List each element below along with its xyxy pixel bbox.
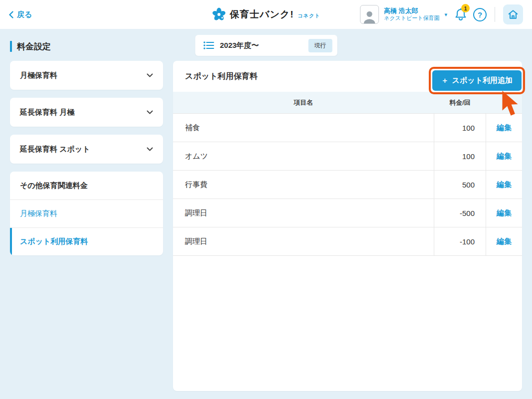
chevron-left-icon	[9, 11, 13, 18]
screen: 戻る 保育士バンク! コネクト	[0, 0, 532, 399]
year-label: 2023年度〜	[220, 41, 259, 50]
header-divider	[495, 7, 495, 22]
edit-button[interactable]: 編集	[497, 237, 512, 246]
actions-cell: 編集	[486, 171, 522, 199]
edit-button[interactable]: 編集	[497, 152, 512, 161]
item-fee: 500	[434, 171, 486, 199]
sidebar-item-extended-spot[interactable]: 延長保育料 スポット	[10, 135, 163, 164]
back-label: 戻る	[17, 10, 32, 19]
list-icon	[203, 41, 214, 50]
plus-icon: ＋	[441, 76, 449, 85]
item-name: 行事費	[173, 171, 434, 199]
table-header: 項目名 料金/回	[173, 92, 522, 114]
help-button[interactable]: ?	[473, 8, 487, 21]
sidebar-item-other-monthly[interactable]: 月極保育料	[10, 200, 163, 227]
sidebar-group-title: その他保育関連料金	[10, 172, 163, 200]
item-name: 調理日	[173, 227, 434, 255]
current-badge: 現行	[308, 39, 332, 52]
column-header-item-name: 項目名	[173, 98, 434, 107]
chevron-down-icon	[147, 73, 153, 77]
item-fee: 100	[434, 142, 486, 170]
app-subtitle: コネクト	[298, 12, 320, 19]
actions-cell: 編集	[486, 114, 522, 142]
app-logo: 保育士バンク! コネクト	[212, 7, 321, 21]
item-fee: -500	[434, 199, 486, 227]
sidebar-group-other-fees: その他保育関連料金 月極保育料 スポット利用保育料	[10, 172, 163, 255]
add-button-highlight: ＋ スポット利用追加	[429, 67, 525, 94]
actions-cell: 編集	[486, 199, 522, 227]
actions-cell: 編集	[486, 227, 522, 255]
sidebar-item-label: 延長保育料 月極	[20, 108, 74, 117]
table-row: 補食 100 編集	[173, 114, 522, 142]
notification-badge: 1	[461, 4, 470, 12]
sidebar-item-spot-usage[interactable]: スポット利用保育料	[10, 227, 163, 255]
table-row: 調理日 -100 編集	[173, 227, 522, 256]
user-name: 高橋 浩太郎	[384, 7, 440, 15]
sidebar: 月極保育料 延長保育料 月極 延長保育料 スポット その他保育関連料金 月極保育…	[10, 61, 163, 263]
add-spot-usage-button[interactable]: ＋ スポット利用追加	[432, 70, 522, 91]
person-icon	[362, 8, 377, 23]
sidebar-item-label: 延長保育料 スポット	[20, 145, 90, 154]
title-accent-bar	[10, 41, 12, 52]
page-title: 料金設定	[10, 41, 51, 52]
item-name: オムツ	[173, 142, 434, 170]
back-button[interactable]: 戻る	[9, 10, 32, 19]
page-title-label: 料金設定	[17, 41, 51, 52]
item-name: 調理日	[173, 199, 434, 227]
sidebar-item-label: 月極保育料	[20, 71, 57, 80]
edit-button[interactable]: 編集	[497, 123, 512, 133]
column-header-fee: 料金/回	[434, 98, 486, 107]
user-menu[interactable]: 高橋 浩太郎 ネクストビート保育園	[384, 7, 440, 22]
table-row: 行事費 500 編集	[173, 171, 522, 199]
table-row: 調理日 -500 編集	[173, 199, 522, 227]
chevron-down-icon	[147, 110, 153, 114]
edit-button[interactable]: 編集	[497, 180, 512, 190]
item-name: 補食	[173, 114, 434, 142]
home-button[interactable]	[503, 4, 523, 24]
app-header: 戻る 保育士バンク! コネクト	[0, 0, 532, 29]
avatar[interactable]	[360, 5, 379, 24]
app-title: 保育士バンク!	[230, 8, 294, 21]
notification-bell[interactable]: 1	[453, 6, 468, 22]
sidebar-item-extended-monthly[interactable]: 延長保育料 月極	[10, 98, 163, 127]
top-bar: 料金設定 2023年度〜 現行	[10, 35, 522, 58]
home-icon	[508, 9, 519, 20]
table-row: オムツ 100 編集	[173, 142, 522, 171]
item-fee: 100	[434, 114, 486, 142]
edit-button[interactable]: 編集	[497, 208, 512, 218]
item-fee: -100	[434, 227, 486, 255]
content: 料金設定 2023年度〜 現行 月極保育料 延長保育料	[0, 29, 532, 391]
org-name: ネクストビート保育園	[384, 15, 440, 22]
add-button-label: スポット利用追加	[452, 76, 513, 85]
columns: 月極保育料 延長保育料 月極 延長保育料 スポット その他保育関連料金 月極保育…	[10, 61, 522, 391]
panel-title: スポット利用保育料	[185, 71, 258, 82]
chevron-down-icon[interactable]: ▾	[444, 11, 447, 18]
sidebar-item-monthly-fee[interactable]: 月極保育料	[10, 61, 163, 90]
year-selector[interactable]: 2023年度〜 現行	[195, 35, 337, 56]
actions-cell: 編集	[486, 142, 522, 170]
flower-logo-icon	[212, 7, 226, 21]
header-right: 高橋 浩太郎 ネクストビート保育園 ▾ 1 ?	[360, 4, 523, 24]
main-panel: スポット利用保育料 ＋ スポット利用追加 項目名 料金/回	[173, 61, 522, 391]
chevron-down-icon	[147, 147, 153, 151]
